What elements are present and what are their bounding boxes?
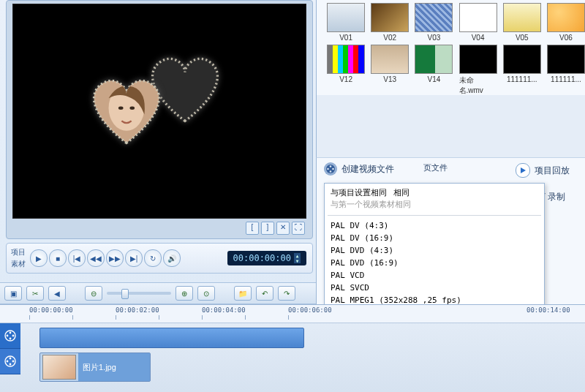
go-end-button[interactable]: ▶| (125, 249, 143, 267)
menu-item[interactable]: PAL DVD (16:9) (325, 257, 544, 269)
library-item[interactable]: 111111... (503, 45, 541, 95)
zoom-thumb[interactable] (121, 289, 129, 299)
loop-button[interactable]: ↻ (144, 249, 162, 267)
overlay-track-region[interactable] (39, 328, 304, 348)
library-item[interactable]: V01 (327, 3, 365, 42)
library-item[interactable]: 111111... (547, 45, 585, 95)
timecode-display[interactable]: 00:00:00:00 ▲ ▼ (227, 251, 306, 265)
menu-item[interactable]: PAL DVD (4:3) (325, 244, 544, 257)
open-folder-button[interactable]: 📁 (234, 286, 252, 301)
prev-frame-button[interactable]: ◀◀ (87, 249, 105, 267)
library-thumbnail (459, 45, 497, 74)
svg-point-18 (10, 363, 12, 366)
library-item-label: V13 (383, 75, 396, 83)
disc-partial-label: 页文件 (423, 162, 448, 176)
timecode-down[interactable]: ▼ (294, 258, 301, 263)
svg-point-11 (7, 335, 9, 337)
sound-button[interactable]: 🔊 (163, 249, 181, 267)
menu-item[interactable]: PAL DV (16:9) (325, 232, 544, 244)
track-body[interactable]: 图片1.jpg (20, 323, 585, 374)
split-button[interactable]: ✕ (276, 222, 290, 235)
library-item-label: V06 (559, 34, 573, 42)
mark-out-button[interactable]: ] (261, 222, 274, 235)
transport-controls: ▶ ■ |◀ ◀◀ ▶▶ ▶| ↻ 🔊 (30, 249, 181, 267)
library-item[interactable]: V06 (547, 3, 585, 42)
zoom-out-button[interactable]: ⊖ (85, 286, 102, 301)
undo-button[interactable]: ↶ (256, 286, 273, 301)
svg-point-6 (332, 168, 334, 170)
ruler-tick-label: 00:00:06:00 (288, 306, 332, 314)
material-tab[interactable]: 素材 (11, 259, 26, 269)
svg-point-15 (10, 358, 12, 360)
go-start-button[interactable]: |◀ (68, 249, 86, 267)
preview-panel: [ ] ✕ ⛶ (6, 0, 313, 239)
svg-point-17 (12, 361, 15, 363)
library-panel: V01V02V03V04V05V06 V12V13V14未命名.wmv11111… (316, 0, 585, 95)
timeline-button[interactable]: ✂ (26, 286, 44, 301)
menu-item[interactable]: PAL VCD (325, 269, 544, 282)
library-item[interactable]: V13 (371, 45, 409, 95)
library-thumbnail (547, 45, 585, 74)
fullscreen-button[interactable]: ⛶ (292, 222, 305, 235)
play-button[interactable]: ▶ (30, 249, 48, 267)
library-item-label: V01 (339, 34, 352, 42)
stop-button[interactable]: ■ (49, 249, 67, 267)
timeline-ruler[interactable]: 00:00:00:00 00:00:02:00 00:00:04:00 00:0… (0, 305, 585, 323)
project-playback-button[interactable]: 项目回放 (516, 163, 570, 178)
preview-mode-tabs: 项目 素材 (7, 247, 30, 269)
library-row-2: V12V13V14未命名.wmv111111...111111... (317, 42, 585, 95)
track-header-video-icon[interactable] (0, 323, 20, 349)
library-thumbnail (503, 3, 541, 32)
storyboard-button[interactable]: ▣ (4, 286, 22, 301)
library-thumbnail (547, 3, 585, 32)
project-tab[interactable]: 项目 (11, 247, 26, 257)
track-header-visibility-icon[interactable] (0, 349, 20, 374)
clip-label: 图片1.jpg (78, 353, 150, 381)
library-item[interactable]: V05 (503, 3, 541, 42)
heart-shape-left (83, 74, 170, 147)
zoom-slider[interactable] (107, 292, 171, 295)
library-item[interactable]: 未命名.wmv (459, 45, 497, 95)
preview-video[interactable] (12, 4, 306, 219)
menu-same-project[interactable]: 与项目设置相同 相同 (331, 186, 538, 198)
mark-in-button[interactable]: [ (246, 222, 259, 235)
library-item[interactable]: V12 (327, 45, 365, 95)
audio-view-button[interactable]: ◀ (48, 286, 66, 301)
menu-same-first-clip: 与第一个视频素材相同 (331, 198, 538, 210)
play-icon (516, 163, 530, 178)
library-item[interactable]: V14 (415, 45, 453, 95)
library-item-label: V14 (428, 75, 441, 83)
zoom-in-button[interactable]: ⊕ (176, 286, 193, 301)
library-row-1: V01V02V03V04V05V06 (317, 0, 585, 42)
svg-point-12 (12, 335, 15, 337)
library-thumbnail (415, 3, 453, 32)
menu-item[interactable]: PAL DV (4:3) (325, 219, 544, 232)
library-item-label: V12 (339, 75, 352, 83)
svg-point-13 (10, 338, 12, 340)
track-headers (0, 323, 20, 374)
transport-bar: 项目 素材 ▶ ■ |◀ ◀◀ ▶▶ ▶| ↻ 🔊 00:00:00:00 ▲ … (6, 243, 313, 274)
create-video-file-button[interactable]: 创建视频文件 (324, 162, 394, 176)
preview-content (83, 52, 229, 162)
svg-point-1 (118, 106, 124, 109)
timeline-toolbar: ▣ ✂ ◀ ⊖ ⊕ ⊙ 📁 ↶ ↷ (0, 282, 325, 304)
library-item[interactable]: V04 (459, 3, 497, 42)
menu-item[interactable]: PAL SVCD (325, 282, 544, 294)
svg-point-7 (330, 170, 332, 173)
svg-point-10 (10, 332, 12, 334)
library-item-label: 111111... (551, 75, 581, 83)
clip-thumbnail (42, 355, 76, 380)
library-spacer (316, 95, 585, 157)
timecode-up[interactable]: ▲ (294, 253, 301, 258)
next-frame-button[interactable]: ▶▶ (106, 249, 124, 267)
svg-point-2 (129, 106, 135, 109)
library-item-label: V02 (383, 34, 396, 42)
library-item-label: V05 (516, 34, 529, 42)
preview-marker-controls: [ ] ✕ ⛶ (246, 222, 305, 235)
library-item[interactable]: V02 (371, 3, 409, 42)
ruler-tick-label: 00:00:02:00 (116, 306, 159, 314)
zoom-fit-button[interactable]: ⊙ (197, 286, 215, 301)
library-item[interactable]: V03 (415, 3, 453, 42)
video-clip[interactable]: 图片1.jpg (39, 353, 151, 382)
redo-button[interactable]: ↷ (278, 286, 295, 301)
